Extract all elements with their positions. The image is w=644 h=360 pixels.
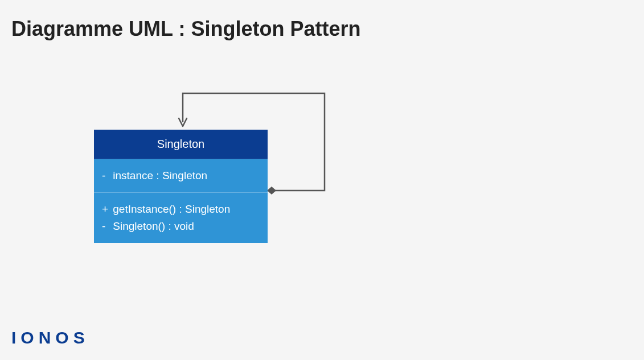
- visibility-marker: -: [102, 169, 110, 182]
- uml-operation-row: - Singleton() : void: [102, 218, 260, 235]
- uml-class-box: Singleton - instance : Singleton + getIn…: [94, 130, 268, 243]
- visibility-marker: +: [102, 203, 110, 216]
- uml-class-name: Singleton: [94, 130, 268, 159]
- operation-text: getInstance() : Singleton: [113, 203, 230, 215]
- operation-text: Singleton() : void: [113, 220, 194, 232]
- brand-logo: IONOS: [11, 328, 89, 347]
- uml-attribute-row: - instance : Singleton: [102, 167, 260, 184]
- visibility-marker: -: [102, 220, 110, 233]
- uml-operations-section: + getInstance() : Singleton - Singleton(…: [94, 192, 268, 243]
- uml-diagram: Singleton - instance : Singleton + getIn…: [94, 91, 379, 262]
- uml-attributes-section: - instance : Singleton: [94, 159, 268, 192]
- uml-operation-row: + getInstance() : Singleton: [102, 201, 260, 218]
- svg-marker-0: [267, 187, 276, 195]
- page-title: Diagramme UML : Singleton Pattern: [11, 17, 360, 41]
- attribute-text: instance : Singleton: [113, 169, 207, 181]
